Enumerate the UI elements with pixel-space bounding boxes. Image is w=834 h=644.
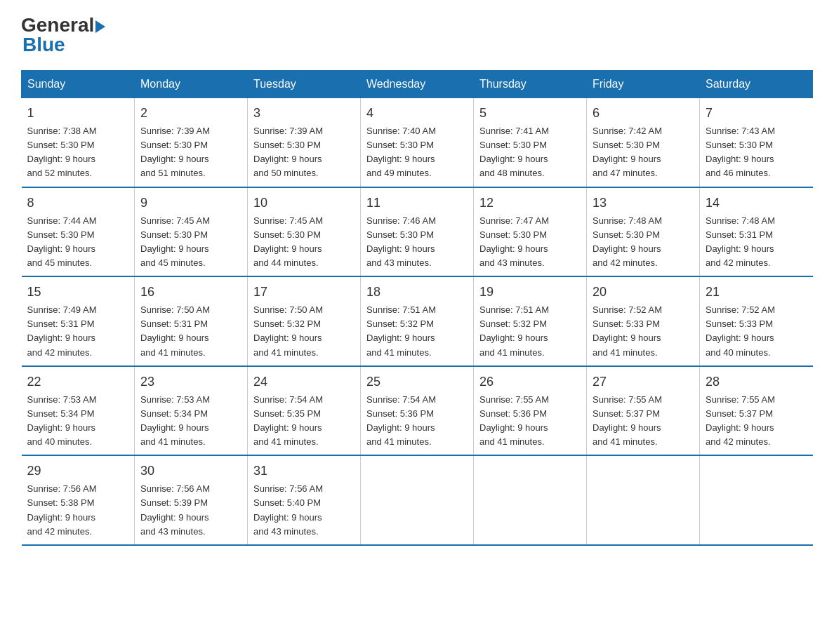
day-info: Sunrise: 7:54 AMSunset: 5:35 PMDaylight:… — [253, 393, 355, 450]
day-info: Sunrise: 7:45 AMSunset: 5:30 PMDaylight:… — [140, 214, 241, 271]
day-info: Sunrise: 7:51 AMSunset: 5:32 PMDaylight:… — [366, 303, 468, 360]
day-info: Sunrise: 7:42 AMSunset: 5:30 PMDaylight:… — [593, 124, 694, 181]
day-info: Sunrise: 7:52 AMSunset: 5:33 PMDaylight:… — [706, 303, 807, 360]
calendar-cell: 11Sunrise: 7:46 AMSunset: 5:30 PMDayligh… — [361, 187, 474, 277]
day-info: Sunrise: 7:41 AMSunset: 5:30 PMDaylight:… — [479, 124, 581, 181]
day-number: 8 — [27, 194, 129, 213]
day-info: Sunrise: 7:51 AMSunset: 5:32 PMDaylight:… — [479, 303, 581, 360]
calendar-cell: 17Sunrise: 7:50 AMSunset: 5:32 PMDayligh… — [248, 276, 361, 366]
day-info: Sunrise: 7:56 AMSunset: 5:39 PMDaylight:… — [140, 482, 241, 539]
logo: General Blue — [21, 14, 105, 56]
header-cell-saturday: Saturday — [700, 71, 813, 98]
header-cell-friday: Friday — [587, 71, 700, 98]
day-info: Sunrise: 7:39 AMSunset: 5:30 PMDaylight:… — [140, 124, 241, 181]
calendar-header: SundayMondayTuesdayWednesdayThursdayFrid… — [22, 71, 813, 98]
day-info: Sunrise: 7:46 AMSunset: 5:30 PMDaylight:… — [366, 214, 468, 271]
calendar-body: 1Sunrise: 7:38 AMSunset: 5:30 PMDaylight… — [22, 98, 813, 545]
calendar-cell: 25Sunrise: 7:54 AMSunset: 5:36 PMDayligh… — [361, 366, 474, 456]
day-number: 24 — [253, 373, 355, 391]
calendar-cell: 31Sunrise: 7:56 AMSunset: 5:40 PMDayligh… — [248, 455, 361, 545]
day-info: Sunrise: 7:50 AMSunset: 5:32 PMDaylight:… — [253, 303, 355, 360]
calendar-cell: 1Sunrise: 7:38 AMSunset: 5:30 PMDaylight… — [22, 98, 135, 187]
calendar-cell: 23Sunrise: 7:53 AMSunset: 5:34 PMDayligh… — [135, 366, 248, 456]
day-number: 6 — [593, 104, 694, 123]
day-number: 21 — [706, 283, 807, 302]
calendar-table: SundayMondayTuesdayWednesdayThursdayFrid… — [21, 70, 813, 546]
day-number: 7 — [706, 104, 807, 123]
day-info: Sunrise: 7:40 AMSunset: 5:30 PMDaylight:… — [366, 124, 468, 181]
calendar-cell: 21Sunrise: 7:52 AMSunset: 5:33 PMDayligh… — [700, 276, 813, 366]
calendar-cell: 5Sunrise: 7:41 AMSunset: 5:30 PMDaylight… — [474, 98, 587, 187]
calendar-cell: 29Sunrise: 7:56 AMSunset: 5:38 PMDayligh… — [22, 455, 135, 545]
day-info: Sunrise: 7:49 AMSunset: 5:31 PMDaylight:… — [27, 303, 129, 360]
week-row-2: 8Sunrise: 7:44 AMSunset: 5:30 PMDaylight… — [22, 187, 813, 277]
day-info: Sunrise: 7:47 AMSunset: 5:30 PMDaylight:… — [479, 214, 581, 271]
calendar-cell — [700, 455, 813, 545]
day-number: 15 — [27, 283, 129, 302]
day-number: 18 — [366, 283, 468, 302]
header-cell-thursday: Thursday — [474, 71, 587, 98]
calendar-cell: 10Sunrise: 7:45 AMSunset: 5:30 PMDayligh… — [248, 187, 361, 277]
header-row: SundayMondayTuesdayWednesdayThursdayFrid… — [22, 71, 813, 98]
day-number: 1 — [27, 104, 129, 123]
calendar-cell: 20Sunrise: 7:52 AMSunset: 5:33 PMDayligh… — [587, 276, 700, 366]
calendar-cell: 15Sunrise: 7:49 AMSunset: 5:31 PMDayligh… — [22, 276, 135, 366]
calendar-cell — [361, 455, 474, 545]
day-number: 22 — [27, 373, 129, 391]
day-number: 11 — [366, 194, 468, 213]
calendar-cell: 6Sunrise: 7:42 AMSunset: 5:30 PMDaylight… — [587, 98, 700, 187]
calendar-cell: 12Sunrise: 7:47 AMSunset: 5:30 PMDayligh… — [474, 187, 587, 277]
calendar-cell: 13Sunrise: 7:48 AMSunset: 5:30 PMDayligh… — [587, 187, 700, 277]
day-number: 3 — [253, 104, 355, 123]
header-cell-wednesday: Wednesday — [361, 71, 474, 98]
week-row-5: 29Sunrise: 7:56 AMSunset: 5:38 PMDayligh… — [22, 455, 813, 545]
day-number: 27 — [593, 373, 694, 391]
calendar-cell: 9Sunrise: 7:45 AMSunset: 5:30 PMDaylight… — [135, 187, 248, 277]
calendar-cell: 14Sunrise: 7:48 AMSunset: 5:31 PMDayligh… — [700, 187, 813, 277]
calendar-cell: 26Sunrise: 7:55 AMSunset: 5:36 PMDayligh… — [474, 366, 587, 456]
day-number: 9 — [140, 194, 241, 213]
calendar-cell: 28Sunrise: 7:55 AMSunset: 5:37 PMDayligh… — [700, 366, 813, 456]
calendar-cell: 8Sunrise: 7:44 AMSunset: 5:30 PMDaylight… — [22, 187, 135, 277]
day-info: Sunrise: 7:56 AMSunset: 5:40 PMDaylight:… — [253, 482, 355, 539]
calendar-cell: 19Sunrise: 7:51 AMSunset: 5:32 PMDayligh… — [474, 276, 587, 366]
day-info: Sunrise: 7:44 AMSunset: 5:30 PMDaylight:… — [27, 214, 129, 271]
week-row-4: 22Sunrise: 7:53 AMSunset: 5:34 PMDayligh… — [22, 366, 813, 456]
day-number: 20 — [593, 283, 694, 302]
page-header: General Blue — [21, 14, 813, 56]
week-row-1: 1Sunrise: 7:38 AMSunset: 5:30 PMDaylight… — [22, 98, 813, 187]
logo-arrow-icon — [95, 20, 105, 33]
day-number: 17 — [253, 283, 355, 302]
day-info: Sunrise: 7:55 AMSunset: 5:36 PMDaylight:… — [479, 393, 581, 450]
header-cell-sunday: Sunday — [22, 71, 135, 98]
day-info: Sunrise: 7:54 AMSunset: 5:36 PMDaylight:… — [366, 393, 468, 450]
calendar-cell: 4Sunrise: 7:40 AMSunset: 5:30 PMDaylight… — [361, 98, 474, 187]
day-info: Sunrise: 7:53 AMSunset: 5:34 PMDaylight:… — [27, 393, 129, 450]
calendar-cell: 27Sunrise: 7:55 AMSunset: 5:37 PMDayligh… — [587, 366, 700, 456]
day-number: 26 — [479, 373, 581, 391]
day-number: 13 — [593, 194, 694, 213]
calendar-cell: 22Sunrise: 7:53 AMSunset: 5:34 PMDayligh… — [22, 366, 135, 456]
calendar-cell: 7Sunrise: 7:43 AMSunset: 5:30 PMDaylight… — [700, 98, 813, 187]
day-info: Sunrise: 7:48 AMSunset: 5:30 PMDaylight:… — [593, 214, 694, 271]
day-info: Sunrise: 7:50 AMSunset: 5:31 PMDaylight:… — [140, 303, 241, 360]
day-number: 29 — [27, 462, 129, 481]
day-number: 5 — [479, 104, 581, 123]
day-info: Sunrise: 7:55 AMSunset: 5:37 PMDaylight:… — [706, 393, 807, 450]
header-cell-tuesday: Tuesday — [248, 71, 361, 98]
day-number: 25 — [366, 373, 468, 391]
calendar-cell — [587, 455, 700, 545]
calendar-cell: 2Sunrise: 7:39 AMSunset: 5:30 PMDaylight… — [135, 98, 248, 187]
day-info: Sunrise: 7:38 AMSunset: 5:30 PMDaylight:… — [27, 124, 129, 181]
day-info: Sunrise: 7:52 AMSunset: 5:33 PMDaylight:… — [593, 303, 694, 360]
calendar-cell: 18Sunrise: 7:51 AMSunset: 5:32 PMDayligh… — [361, 276, 474, 366]
calendar-cell: 16Sunrise: 7:50 AMSunset: 5:31 PMDayligh… — [135, 276, 248, 366]
week-row-3: 15Sunrise: 7:49 AMSunset: 5:31 PMDayligh… — [22, 276, 813, 366]
day-number: 23 — [140, 373, 241, 391]
calendar-cell — [474, 455, 587, 545]
day-number: 10 — [253, 194, 355, 213]
day-info: Sunrise: 7:53 AMSunset: 5:34 PMDaylight:… — [140, 393, 241, 450]
header-cell-monday: Monday — [135, 71, 248, 98]
day-number: 14 — [706, 194, 807, 213]
day-number: 31 — [253, 462, 355, 481]
